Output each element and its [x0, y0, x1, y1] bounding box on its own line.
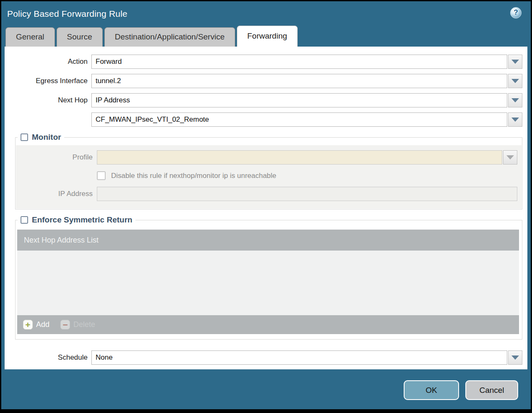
monitor-checkbox[interactable] [21, 133, 28, 141]
chevron-down-icon [511, 98, 519, 102]
monitor-section: Monitor Profile Disable this rule if nex… [15, 133, 522, 209]
minus-icon: − [60, 320, 70, 329]
monitor-ip-address-label: IP Address [16, 190, 93, 198]
add-button-label: Add [36, 320, 49, 329]
next-hop-address-list-body[interactable] [17, 251, 519, 315]
next-hop-type-dropdown-button[interactable] [508, 93, 522, 107]
monitor-legend-label: Monitor [32, 133, 61, 142]
monitor-body: Profile Disable this rule if nexthop/mon… [16, 145, 522, 209]
monitor-ip-address-row: IP Address [16, 187, 517, 201]
cancel-button[interactable]: Cancel [465, 380, 518, 400]
next-hop-row: Next Hop IP Address [5, 93, 527, 107]
monitor-ip-address-input [97, 187, 517, 201]
egress-interface-row: Egress Interface tunnel.2 [5, 74, 527, 88]
action-label: Action [5, 58, 88, 66]
delete-button: − Delete [60, 320, 95, 329]
chevron-down-icon [506, 155, 514, 159]
egress-interface-dropdown-button[interactable] [508, 74, 522, 88]
plus-icon: + [23, 320, 33, 329]
action-row: Action Forward [5, 55, 527, 69]
titlebar: Policy Based Forwarding Rule ? [5, 1, 527, 26]
disable-rule-row: Disable this rule if nexthop/monitor ip … [97, 171, 517, 180]
profile-select [97, 150, 502, 165]
delete-button-label: Delete [73, 320, 95, 329]
ok-button[interactable]: OK [404, 380, 459, 400]
help-icon[interactable]: ? [510, 7, 522, 18]
profile-label: Profile [16, 153, 93, 162]
dialog-title: Policy Based Forwarding Rule [7, 9, 127, 19]
tab-destination-application-service[interactable]: Destination/Application/Service [104, 27, 235, 47]
policy-based-forwarding-dialog: Policy Based Forwarding Rule ? General S… [1, 1, 531, 409]
add-button[interactable]: + Add [23, 320, 49, 329]
next-hop-address-row: CF_MWAN_IPsec_VTI_02_Remote [5, 112, 527, 127]
chevron-down-icon [511, 60, 519, 64]
disable-rule-label: Disable this rule if nexthop/monitor ip … [111, 172, 276, 180]
next-hop-address-dropdown-button[interactable] [508, 112, 522, 127]
chevron-down-icon [511, 79, 519, 83]
forwarding-tab-panel: Action Forward Egress Interface tunnel.2… [5, 47, 527, 369]
action-select[interactable]: Forward [91, 55, 507, 69]
next-hop-type-select[interactable]: IP Address [91, 93, 507, 107]
next-hop-address-select[interactable]: CF_MWAN_IPsec_VTI_02_Remote [91, 112, 507, 127]
profile-row: Profile [16, 150, 517, 165]
schedule-select[interactable]: None [91, 350, 507, 365]
tab-general[interactable]: General [5, 27, 55, 47]
tab-source[interactable]: Source [57, 27, 103, 47]
tab-forwarding[interactable]: Forwarding [237, 26, 298, 47]
egress-interface-label: Egress Interface [5, 77, 88, 85]
enforce-symmetric-return-legend: Enforce Symmetric Return [18, 215, 135, 225]
dialog-window: Policy Based Forwarding Rule ? General S… [0, 0, 532, 413]
disable-rule-checkbox [97, 171, 106, 180]
tab-bar: General Source Destination/Application/S… [5, 26, 527, 47]
enforce-symmetric-return-section: Enforce Symmetric Return Next Hop Addres… [15, 215, 522, 340]
profile-dropdown-button [503, 150, 517, 165]
schedule-label: Schedule [5, 353, 88, 362]
chevron-down-icon [511, 118, 519, 122]
enforce-symmetric-return-checkbox[interactable] [21, 216, 28, 224]
next-hop-label: Next Hop [5, 96, 88, 105]
next-hop-address-list-footer: + Add − Delete [17, 315, 519, 334]
dialog-footer: OK Cancel [5, 369, 527, 409]
schedule-dropdown-button[interactable] [508, 350, 522, 365]
schedule-row: Schedule None [5, 350, 527, 365]
action-dropdown-button[interactable] [508, 55, 522, 69]
next-hop-address-list-table: Next Hop Address List + Add − Delete [17, 230, 519, 334]
next-hop-address-list-header: Next Hop Address List [17, 230, 519, 251]
monitor-legend: Monitor [18, 133, 64, 142]
enforce-symmetric-return-legend-label: Enforce Symmetric Return [32, 215, 132, 225]
egress-interface-select[interactable]: tunnel.2 [91, 74, 507, 88]
chevron-down-icon [511, 355, 519, 360]
